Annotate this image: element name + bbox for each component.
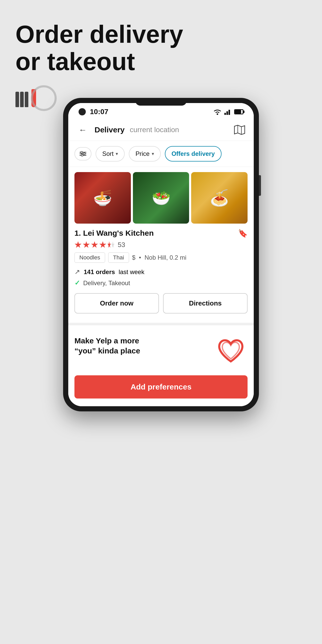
orders-row: ↗ 141 orders last week [74, 268, 248, 276]
add-preferences-button[interactable]: Add preferences [74, 375, 248, 399]
svg-rect-1 [224, 113, 226, 115]
trend-icon: ↗ [74, 268, 80, 276]
price-chevron-icon: ▾ [152, 151, 154, 157]
order-now-button[interactable]: Order now [74, 293, 159, 313]
svg-point-11 [81, 155, 83, 156]
back-button[interactable]: ← [76, 125, 89, 135]
action-buttons: Order now Directions [74, 293, 248, 313]
tags-row: Noodles Thai $ • Nob Hill, 0.2 mi [74, 252, 248, 263]
star-4 [99, 241, 106, 249]
directions-button[interactable]: Directions [163, 293, 248, 313]
star-3 [91, 241, 98, 249]
signal-icon [224, 109, 232, 115]
delivery-row: ✓ Delivery, Takeout [74, 279, 248, 287]
battery-icon [234, 109, 243, 114]
svg-point-9 [81, 151, 83, 153]
rating-row: 53 [74, 241, 248, 249]
restaurant-info: 1. Lei Wang's Kitchen 🔖 53 [68, 224, 254, 319]
star-rating [74, 241, 115, 249]
tine-1 [15, 92, 19, 107]
restaurant-header: 1. Lei Wang's Kitchen 🔖 [74, 229, 248, 238]
food-image-2[interactable] [133, 172, 189, 224]
phone-screen: 10:07 [68, 103, 254, 406]
status-time: 10:07 [90, 108, 108, 116]
tag-noodles: Noodles [74, 252, 105, 263]
camera-dot [79, 108, 86, 115]
food-image-1[interactable] [74, 172, 131, 224]
tag-thai: Thai [108, 252, 129, 263]
preferences-title: Make Yelp a more “you” kinda place [74, 336, 214, 356]
price-button[interactable]: Price ▾ [129, 146, 161, 162]
star-1 [74, 241, 82, 249]
filter-options-button[interactable] [74, 147, 91, 160]
status-left: 10:07 [79, 108, 108, 116]
food-image-3[interactable] [191, 172, 248, 224]
star-2 [83, 241, 90, 249]
restaurant-name: 1. Lei Wang's Kitchen [74, 229, 154, 238]
svg-point-0 [217, 113, 218, 115]
bookmark-button[interactable]: 🔖 [238, 229, 248, 238]
filter-bar: Sort ▾ Price ▾ Offers delivery [68, 141, 254, 167]
tine-2 [20, 92, 24, 107]
preferences-content: Make Yelp a more “you” kinda place [74, 336, 248, 369]
star-5-half [107, 241, 115, 249]
orders-count: 141 orders [84, 268, 115, 276]
status-bar: 10:07 [68, 103, 254, 119]
svg-rect-3 [228, 110, 230, 115]
preferences-text: Make Yelp a more “you” kinda place [74, 336, 214, 357]
check-icon: ✓ [74, 279, 80, 287]
map-icon[interactable] [233, 124, 246, 135]
wifi-icon [213, 108, 222, 115]
logo-circle [31, 85, 57, 111]
review-count: 53 [118, 241, 125, 249]
nav-delivery-label: Delivery [95, 125, 125, 134]
restaurant-meta: $ • Nob Hill, 0.2 mi [132, 254, 187, 261]
phone-container: 10:07 [63, 98, 259, 411]
svg-rect-2 [226, 111, 228, 115]
status-icons [213, 108, 243, 115]
nav-location: current location [130, 126, 228, 134]
restaurant-images [68, 167, 254, 224]
sort-button[interactable]: Sort ▾ [96, 146, 125, 162]
phone-frame: 10:07 [63, 98, 259, 411]
offers-delivery-button[interactable]: Offers delivery [165, 146, 222, 162]
sort-chevron-icon: ▾ [116, 151, 118, 157]
battery-fill [235, 110, 241, 114]
tine-3 [25, 92, 28, 107]
heart-logo-icon [214, 336, 248, 369]
page-title: Order delivery or takeout [15, 21, 307, 75]
preferences-section: Make Yelp a more “you” kinda place Add p… [68, 323, 254, 406]
nav-bar: ← Delivery current location [68, 119, 254, 141]
svg-point-10 [83, 153, 85, 155]
